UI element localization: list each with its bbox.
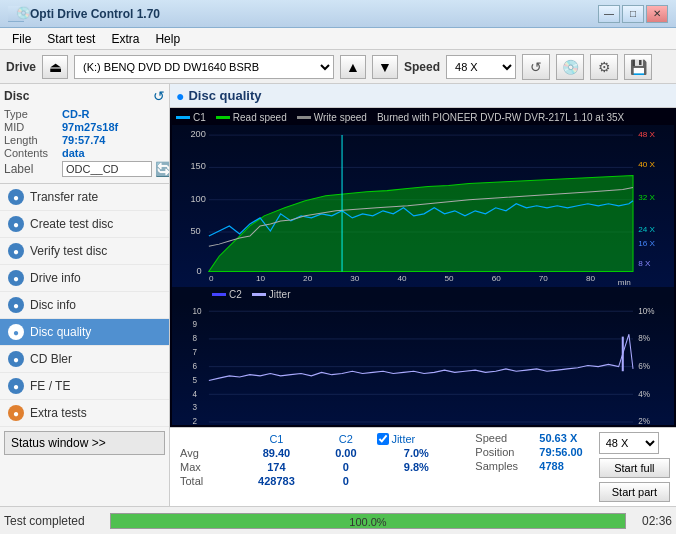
legend-c1: C1 (176, 112, 206, 123)
sidebar-item-verify-test-disc[interactable]: ● Verify test disc (0, 238, 169, 265)
menu-extra[interactable]: Extra (103, 30, 147, 48)
disc-length-label: Length (4, 134, 62, 146)
svg-text:0: 0 (209, 275, 214, 284)
legend-c2-label: C2 (229, 289, 242, 300)
sidebar-item-drive-info[interactable]: ● Drive info (0, 265, 169, 292)
stats-table: C1 C2 Jitter Avg (176, 432, 459, 502)
chart2-container: C2 Jitter 10 9 8 7 6 5 4 3 (172, 287, 674, 425)
position-value: 79:56.00 (539, 446, 582, 458)
legend-c1-label: C1 (193, 112, 206, 123)
legend-write-speed-label: Write speed (314, 112, 367, 123)
menu-file[interactable]: File (4, 30, 39, 48)
save-icon[interactable]: 💾 (624, 54, 652, 80)
right-panel: ● Disc quality C1 Read speed Write speed (170, 84, 676, 506)
progress-text: 100.0% (111, 514, 625, 529)
legend-jitter-color (252, 293, 266, 296)
create-test-disc-icon: ● (8, 216, 24, 232)
transfer-rate-label: Transfer rate (30, 190, 98, 204)
menu-start-test[interactable]: Start test (39, 30, 103, 48)
title-bar: 💿 Opti Drive Control 1.70 — □ ✕ (0, 0, 676, 28)
svg-text:0: 0 (197, 266, 202, 276)
col-c1-header: C1 (235, 432, 319, 446)
stats-panel: C1 C2 Jitter Avg (170, 427, 676, 506)
app-title: Opti Drive Control 1.70 (30, 7, 598, 21)
legend-c1-color (176, 116, 190, 119)
svg-text:9: 9 (192, 318, 197, 329)
charts-area: C1 Read speed Write speed Burned with PI… (170, 108, 676, 427)
samples-row: Samples 4788 (475, 460, 582, 472)
drive-arrow-down[interactable]: ▼ (372, 55, 398, 79)
maximize-button[interactable]: □ (622, 5, 644, 23)
svg-text:3: 3 (192, 402, 197, 413)
drive-arrow-up[interactable]: ▲ (340, 55, 366, 79)
svg-text:70: 70 (539, 275, 549, 284)
speed-value: 50.63 X (539, 432, 577, 444)
speed-key: Speed (475, 432, 535, 444)
legend-burned: Burned with PIONEER DVD-RW DVR-217L 1.10… (377, 112, 624, 123)
disc-section: Disc ↺ Type CD-R MID 97m27s18f Length 79… (0, 84, 169, 184)
position-row: Position 79:56.00 (475, 446, 582, 458)
max-label: Max (176, 460, 235, 474)
sidebar-item-disc-quality[interactable]: ● Disc quality (0, 319, 169, 346)
total-label: Total (176, 474, 235, 488)
main-content: Disc ↺ Type CD-R MID 97m27s18f Length 79… (0, 84, 676, 506)
sidebar-item-fe-te[interactable]: ● FE / TE (0, 373, 169, 400)
speed-dropdown[interactable]: 48 X (599, 432, 659, 454)
drive-info-icon: ● (8, 270, 24, 286)
refresh-icon[interactable]: ↺ (522, 54, 550, 80)
disc-label-input[interactable] (62, 161, 152, 177)
svg-text:80: 80 (586, 275, 596, 284)
total-jitter (373, 474, 459, 488)
drive-bar: Drive ⏏ (K:) BENQ DVD DD DW1640 BSRB ▲ ▼… (0, 50, 676, 84)
sidebar-item-extra-tests[interactable]: ● Extra tests (0, 400, 169, 427)
chart-legend: C1 Read speed Write speed Burned with PI… (172, 110, 674, 125)
disc-quality-header: ● Disc quality (170, 84, 676, 108)
position-key: Position (475, 446, 535, 458)
legend-read-speed-label: Read speed (233, 112, 287, 123)
max-c1: 174 (235, 460, 319, 474)
close-button[interactable]: ✕ (646, 5, 668, 23)
svg-text:30: 30 (350, 275, 360, 284)
disc-label-icon[interactable]: 🔄 (155, 161, 170, 177)
disc-type-label: Type (4, 108, 62, 120)
legend-burned-label: Burned with PIONEER DVD-RW DVR-217L 1.10… (377, 112, 624, 123)
sidebar-item-create-test-disc[interactable]: ● Create test disc (0, 211, 169, 238)
status-text: Test completed (4, 514, 104, 528)
jitter-checkbox[interactable] (377, 433, 389, 445)
cd-bler-label: CD Bler (30, 352, 72, 366)
start-part-button[interactable]: Start part (599, 482, 670, 502)
max-jitter: 9.8% (373, 460, 459, 474)
settings-icon[interactable]: ⚙ (590, 54, 618, 80)
svg-text:8%: 8% (638, 332, 650, 343)
drive-label: Drive (6, 60, 36, 74)
svg-text:40 X: 40 X (638, 160, 655, 169)
chart2-legend: C2 Jitter (172, 287, 674, 302)
max-c2: 0 (318, 460, 373, 474)
sidebar-item-disc-info[interactable]: ● Disc info (0, 292, 169, 319)
status-window-button[interactable]: Status window >> (4, 431, 165, 455)
svg-text:50: 50 (190, 226, 200, 236)
speed-select[interactable]: 48 X (446, 55, 516, 79)
drive-select[interactable]: (K:) BENQ DVD DD DW1640 BSRB (74, 55, 334, 79)
disc-refresh-icon[interactable]: ↺ (153, 88, 165, 104)
disc-mid-label: MID (4, 121, 62, 133)
action-buttons: 48 X Start full Start part (599, 432, 670, 502)
verify-test-disc-icon: ● (8, 243, 24, 259)
drive-eject-icon[interactable]: ⏏ (42, 55, 68, 79)
sidebar-item-transfer-rate[interactable]: ● Transfer rate (0, 184, 169, 211)
menu-help[interactable]: Help (147, 30, 188, 48)
disc-icon[interactable]: 💿 (556, 54, 584, 80)
svg-text:10: 10 (192, 305, 201, 316)
disc-title: Disc (4, 89, 29, 103)
total-c1: 428783 (235, 474, 319, 488)
speed-label: Speed (404, 60, 440, 74)
disc-type-value: CD-R (62, 108, 90, 120)
fe-te-icon: ● (8, 378, 24, 394)
svg-text:16 X: 16 X (638, 239, 655, 248)
start-full-button[interactable]: Start full (599, 458, 670, 478)
svg-text:6%: 6% (638, 360, 650, 371)
sidebar-item-cd-bler[interactable]: ● CD Bler (0, 346, 169, 373)
sidebar: Disc ↺ Type CD-R MID 97m27s18f Length 79… (0, 84, 170, 506)
minimize-button[interactable]: — (598, 5, 620, 23)
disc-label-label: Label (4, 162, 62, 176)
